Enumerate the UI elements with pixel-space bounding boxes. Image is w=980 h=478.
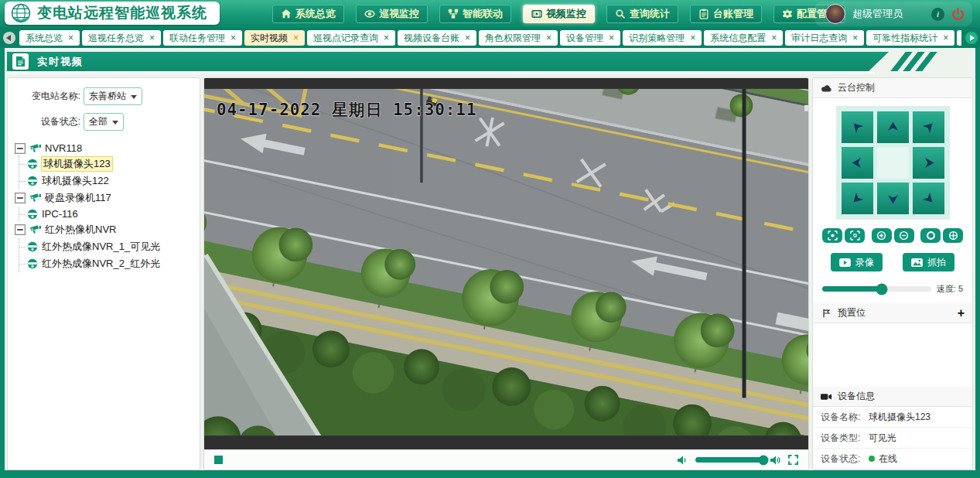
ptz-down-button[interactable] [877,183,909,214]
close-icon[interactable]: × [690,33,695,43]
tab-3[interactable]: 联动任务管理× [163,30,242,46]
tree-leaf-3-1[interactable]: 红外热成像NVR_1_可见光 [19,238,195,255]
station-select[interactable]: 东善桥站 [84,87,142,105]
focus-far-button[interactable] [822,228,842,243]
tab-8[interactable]: 设备管理× [560,30,620,46]
record-icon [839,258,851,267]
ptz-up-left-button[interactable] [842,111,873,143]
chevron-down-icon [112,121,118,128]
ptz-pad [836,106,950,220]
power-icon[interactable] [951,8,965,21]
close-icon[interactable]: × [384,33,389,43]
zoom-out-button[interactable] [894,228,914,243]
close-icon[interactable]: × [609,33,614,43]
device-info-row-3: 设备状态:在线 [813,449,972,469]
status-select[interactable]: 全部 [84,113,124,131]
avatar[interactable] [825,4,845,24]
ptz-down-right-button[interactable] [913,183,944,214]
tree-leaf-1-2[interactable]: 球机摄像头122 [19,172,195,189]
video-monitor-icon [531,9,542,19]
user-area: 超级管理员 i [814,2,972,26]
speed-label: 速度: 5 [937,283,963,295]
tab-4[interactable]: 实时视频× [244,30,305,46]
video-scene: 04-17-2022 星期日 15:30:11 [204,78,808,449]
tree-node-1[interactable]: NVR118 [12,141,195,155]
tree-leaf-3-2[interactable]: 红外热成像NVR_2_红外光 [19,255,195,272]
record-button[interactable]: 录像 [831,253,883,271]
close-icon[interactable]: × [546,33,551,43]
iris-close-button[interactable] [943,228,963,243]
fullscreen-icon[interactable] [788,455,798,465]
video-timestamp: 04-17-2022 星期日 15:30:11 [217,101,477,119]
nav-button-3[interactable]: 智能联动 [439,5,511,23]
tab-10[interactable]: 系统信息配置× [704,30,783,46]
tree-node-2[interactable]: 硬盘录像机117 [12,189,195,207]
volume-up-icon[interactable] [770,456,781,465]
tab-7[interactable]: 角色权限管理× [479,30,558,46]
close-icon[interactable]: × [771,33,777,43]
stop-button[interactable] [214,456,223,464]
ptz-arrow-icon [885,119,901,135]
tab-5[interactable]: 巡视点记录查询× [307,30,395,46]
focus-near-button[interactable] [845,228,865,243]
volume-slider-thumb[interactable] [759,455,769,465]
ptz-arrow-icon [849,119,866,135]
ptz-right-button[interactable] [913,147,944,179]
close-icon[interactable]: × [293,33,299,43]
tab-scroll-left-icon[interactable] [3,32,15,44]
collapse-icon[interactable] [14,143,26,154]
tab-12[interactable]: 可靠性指标统计× [866,30,954,46]
device-info-rows: 设备名称:球机摄像头123设备类型:可见光设备状态:在线 [813,407,972,469]
eye-icon [364,9,375,19]
tab-list: 系统总览×巡视任务总览×联动任务管理×实时视频×巡视点记录查询×视频设备台账×角… [19,30,961,46]
close-icon[interactable]: × [68,33,73,43]
tab-6[interactable]: 视频设备台账× [398,30,476,46]
device-tree-panel: 变电站名称: 东善桥站 设备状态: 全部 NVR118球机摄像头123球机摄像头… [7,77,200,470]
close-icon[interactable]: × [149,33,155,43]
nvr-camera-icon [29,143,42,154]
speed-slider-thumb[interactable] [876,283,888,295]
close-icon[interactable]: × [230,33,236,43]
tab-1[interactable]: 系统总览× [19,30,80,46]
nav-button-4[interactable]: 视频监控 [523,5,595,23]
tree-leaf-2-1[interactable]: IPC-116 [19,207,195,221]
preset-icon [821,309,832,318]
title-underline [7,72,875,73]
ptz-arrow-icon [920,190,937,207]
snapshot-icon [911,258,923,267]
snapshot-button[interactable]: 抓拍 [903,253,954,271]
ptz-up-button[interactable] [877,111,909,143]
dome-camera-icon [27,209,38,220]
device-info-row-1: 设备名称:球机摄像头123 [813,407,972,428]
tab-scroll-right-icon[interactable] [965,32,978,44]
cloud-icon [821,84,832,93]
ptz-left-button[interactable] [842,147,873,179]
ptz-arrow-icon [849,155,866,171]
tab-11[interactable]: 审计日志查询× [785,30,864,46]
zoom-in-button[interactable] [872,228,892,243]
globe-logo-icon [11,3,31,23]
nav-button-5[interactable]: 查询统计 [606,5,678,23]
nav-button-2[interactable]: 巡视监控 [356,5,428,23]
speed-slider[interactable] [822,286,931,292]
ptz-up-right-button[interactable] [913,111,944,143]
collapse-icon[interactable] [14,224,26,235]
ptz-down-left-button[interactable] [842,183,873,214]
tree-leaf-1-1[interactable]: 球机摄像头123 [19,155,195,172]
nav-button-1[interactable]: 系统总览 [272,5,344,23]
nav-button-6[interactable]: 台账管理 [690,5,762,23]
add-preset-button[interactable]: + [958,307,965,319]
tree-node-3[interactable]: 红外热像机NVR [12,221,195,238]
info-icon[interactable]: i [931,8,944,21]
tab-13[interactable]: 基本定义管理× [957,30,961,46]
iris-open-button[interactable] [920,228,941,243]
tab-bar: 系统总览×巡视任务总览×联动任务管理×实时视频×巡视点记录查询×视频设备台账×角… [0,28,980,48]
collapse-icon[interactable] [14,193,26,203]
close-icon[interactable]: × [465,33,470,43]
close-icon[interactable]: × [943,33,948,43]
tab-9[interactable]: 识别策略管理× [623,30,702,46]
volume-down-icon[interactable] [678,456,688,465]
close-icon[interactable]: × [852,33,858,43]
tab-2[interactable]: 巡视任务总览× [82,30,161,46]
volume-slider[interactable] [695,457,763,463]
